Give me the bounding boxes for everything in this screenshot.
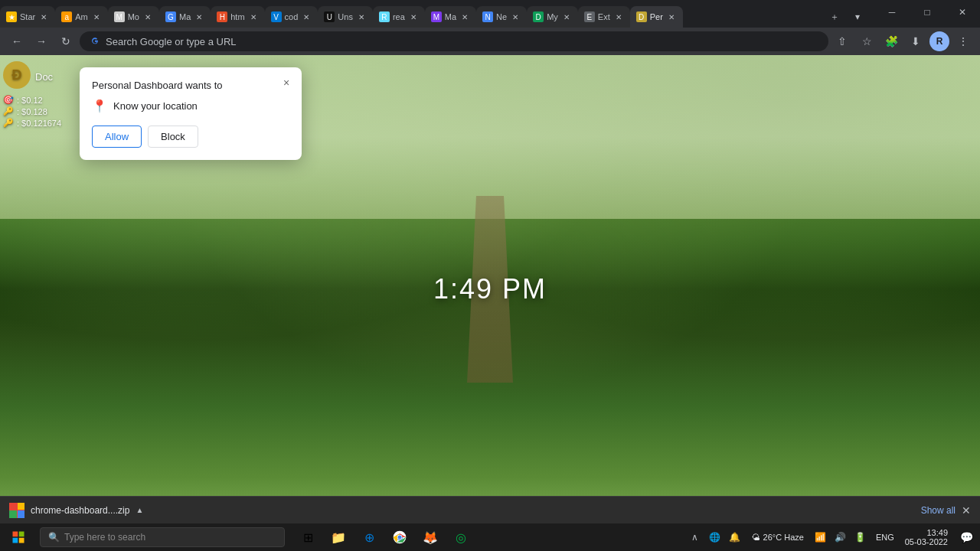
tab-close-button[interactable]: ✕ (248, 11, 259, 22)
block-button[interactable]: Block (148, 126, 198, 148)
tab-close-button[interactable]: ✕ (613, 11, 624, 22)
crypto-row-2: 🔑 : $0.128 (3, 106, 61, 116)
tab-close-button[interactable]: ✕ (561, 11, 572, 22)
dialog-buttons: Allow Block (92, 126, 289, 148)
reload-button[interactable]: ↻ (55, 31, 77, 52)
menu-button[interactable]: ⋮ (952, 31, 974, 52)
clock-display[interactable]: 13:49 05-03-2022 (900, 528, 952, 546)
toolbar-icons: ⇧ ☆ 🧩 ⬇ R ⋮ (831, 31, 974, 52)
permission-dialog: × Personal Dashboard wants to 📍 Know you… (80, 67, 302, 160)
browser-tab-tab-5[interactable]: H htm ✕ (211, 6, 264, 28)
notification-center-button[interactable]: 💬 (956, 523, 977, 551)
tab-close-button[interactable]: ✕ (91, 11, 102, 22)
download-item: chrome-dashboard....zip ▲ (9, 503, 143, 518)
extensions-button[interactable]: 🧩 (880, 31, 902, 52)
chrome-icon (392, 530, 407, 545)
browser-tab-tab-1[interactable]: ★ Star ✕ (0, 6, 55, 28)
tab-close-button[interactable]: ✕ (459, 11, 470, 22)
chrome-button[interactable] (386, 523, 413, 551)
tab-label: Star (20, 12, 35, 21)
tab-close-button[interactable]: ✕ (666, 11, 677, 22)
file-explorer-button[interactable]: 📁 (325, 523, 352, 551)
download-close-button[interactable]: ✕ (962, 504, 971, 517)
svg-rect-2 (13, 538, 18, 543)
tab-close-button[interactable]: ✕ (38, 11, 49, 22)
extra-app-button[interactable]: ◎ (447, 523, 475, 551)
dialog-title: Personal Dashboard wants to (92, 80, 289, 91)
tab-close-button[interactable]: ✕ (194, 11, 204, 22)
browser-tab-tab-13[interactable]: D Per ✕ (630, 6, 683, 28)
tab-favicon: E (584, 11, 595, 22)
tab-close-button[interactable]: ✕ (510, 11, 521, 22)
edge-button[interactable]: ⊕ (355, 523, 383, 551)
tab-search-button[interactable]: ▾ (847, 9, 868, 24)
tab-close-button[interactable]: ✕ (408, 11, 419, 22)
browser-tab-tab-4[interactable]: G Ma ✕ (159, 6, 211, 28)
firefox-icon: 🦊 (423, 530, 438, 545)
profile-button[interactable]: R (929, 31, 949, 51)
tab-close-button[interactable]: ✕ (301, 11, 312, 22)
start-button[interactable] (0, 523, 37, 551)
maximize-button[interactable]: □ (910, 0, 945, 24)
language-button[interactable]: ENG (873, 533, 897, 542)
task-view-icon: ⊞ (300, 530, 315, 545)
firefox-button[interactable]: 🦊 (416, 523, 444, 551)
weather-text: 26°C Haze (763, 533, 804, 542)
minimize-button[interactable]: ─ (874, 0, 910, 24)
tray-chevron[interactable]: ∧ (686, 528, 704, 546)
tray-wifi-icon[interactable]: 📶 (812, 528, 830, 546)
browser-tab-tab-7[interactable]: U Uns ✕ (318, 6, 373, 28)
tab-favicon: ★ (6, 11, 17, 22)
share-button[interactable]: ⇧ (831, 31, 853, 52)
download-chevron-icon[interactable]: ▲ (136, 506, 143, 514)
windows-logo-icon (11, 530, 25, 544)
forward-button[interactable]: → (31, 31, 52, 52)
tab-favicon: D (636, 11, 647, 22)
tray-notification-icon[interactable]: 🔔 (726, 528, 744, 546)
close-button[interactable]: ✕ (945, 0, 980, 24)
tab-favicon: G (165, 11, 176, 22)
browser-tab-tab-8[interactable]: R rea ✕ (373, 6, 425, 28)
tab-favicon: H (217, 11, 227, 22)
crypto-value-1: : $0.12 (17, 96, 43, 105)
back-button[interactable]: ← (6, 31, 28, 52)
weather-info[interactable]: 🌤 26°C Haze (747, 533, 808, 542)
tab-favicon: N (482, 11, 493, 22)
downloads-button[interactable]: ⬇ (905, 31, 926, 52)
browser-tab-tab-12[interactable]: E Ext ✕ (578, 6, 630, 28)
task-view-button[interactable]: ⊞ (294, 523, 322, 551)
taskbar-search-text: Type here to search (64, 532, 145, 543)
browser-tab-tab-3[interactable]: M Mo ✕ (108, 6, 159, 28)
browser-chrome: ★ Star ✕ a Am ✕ M Mo ✕ G Ma ✕ H htm ✕ V … (0, 0, 980, 55)
tray-volume-icon[interactable]: 🔊 (831, 528, 850, 546)
tray-network-icon[interactable]: 🌐 (706, 528, 724, 546)
clock-date: 05-03-2022 (905, 537, 948, 546)
allow-button[interactable]: Allow (92, 126, 142, 148)
taskbar-search-icon: 🔍 (48, 532, 60, 543)
download-file-icon (9, 503, 24, 518)
tray-battery-icon[interactable]: 🔋 (851, 528, 870, 546)
browser-tab-tab-2[interactable]: a Am ✕ (55, 6, 108, 28)
tab-favicon: M (114, 11, 125, 22)
taskbar-search[interactable]: 🔍 Type here to search (40, 527, 285, 547)
google-icon (89, 35, 101, 47)
tab-favicon: V (271, 11, 282, 22)
browser-tab-tab-6[interactable]: V cod ✕ (265, 6, 318, 28)
browser-tab-tab-10[interactable]: N Ne ✕ (476, 6, 527, 28)
new-tab-button[interactable]: ＋ (824, 9, 845, 24)
weather-icon: 🌤 (752, 533, 760, 542)
browser-tab-tab-9[interactable]: M Ma ✕ (425, 6, 476, 28)
tab-label: Per (650, 12, 663, 21)
tab-label: Mo (128, 12, 139, 21)
bookmark-button[interactable]: ☆ (856, 31, 877, 52)
address-bar: ← → ↻ Search Google or type a URL ⇧ ☆ 🧩 … (0, 28, 980, 55)
show-all-button[interactable]: Show all (921, 505, 956, 516)
system-tray: ∧ 🌐 🔔 (686, 528, 744, 546)
tab-close-button[interactable]: ✕ (142, 11, 153, 22)
browser-tab-tab-11[interactable]: D My ✕ (527, 6, 578, 28)
crypto-row-3: 🔑 : $0.121674 (3, 118, 61, 128)
tab-close-button[interactable]: ✕ (356, 11, 367, 22)
dialog-close-button[interactable]: × (279, 75, 294, 90)
taskbar-center: ⊞ 📁 ⊕ 🦊 ◎ (294, 523, 475, 551)
address-input[interactable]: Search Google or type a URL (80, 31, 828, 51)
